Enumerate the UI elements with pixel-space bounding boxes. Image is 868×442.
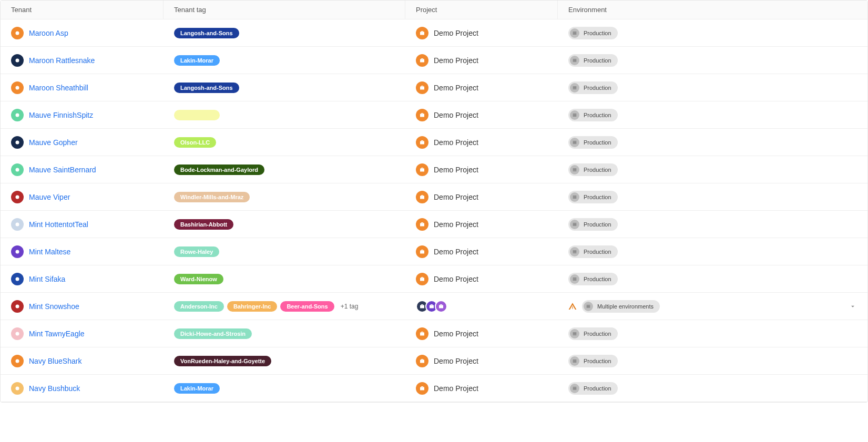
tenant-tag[interactable]: Ward-Nienow xyxy=(174,274,223,284)
env-chip[interactable]: Production xyxy=(568,273,618,285)
tenant-avatar-icon xyxy=(11,300,24,313)
tenant-tag[interactable]: Olson-LLC xyxy=(174,137,216,148)
tenant-avatar-icon xyxy=(11,191,24,203)
project-name[interactable]: Demo Project xyxy=(434,248,478,256)
project-icon xyxy=(416,27,428,39)
env-icon xyxy=(570,192,579,202)
env-chip[interactable]: Production xyxy=(568,355,618,367)
tenant-tag[interactable]: Bode-Lockman-and-Gaylord xyxy=(174,165,264,175)
env-chip[interactable]: Production xyxy=(568,382,618,395)
tenant-cell: Mint HottentotTeal xyxy=(1,218,164,231)
env-cell: Production xyxy=(558,245,867,258)
project-multi-icons[interactable] xyxy=(416,300,447,313)
chevron-down-icon[interactable] xyxy=(849,302,857,311)
env-chip[interactable]: Production xyxy=(568,191,618,203)
env-label: Production xyxy=(584,331,611,337)
table-row: Maroon SheathbillLangosh-and-SonsDemo Pr… xyxy=(1,74,867,101)
project-cell: Demo Project xyxy=(405,273,558,285)
tenant-tag[interactable]: Langosh-and-Sons xyxy=(174,83,239,93)
tenant-link[interactable]: Mint Sifaka xyxy=(29,275,65,283)
tenant-cell: Mauve SaintBernard xyxy=(1,163,164,176)
table-row: Maroon AspLangosh-and-SonsDemo ProjectPr… xyxy=(1,19,867,47)
project-cell: Demo Project xyxy=(405,109,558,121)
env-icon xyxy=(570,274,579,284)
env-chip[interactable]: Production xyxy=(568,245,618,258)
env-chip[interactable]: Production xyxy=(568,27,618,39)
project-icon xyxy=(416,382,428,395)
tenant-tag[interactable]: Anderson-Inc xyxy=(174,301,224,312)
tenant-link[interactable]: Mauve Viper xyxy=(29,193,70,201)
tenant-tag[interactable]: VonRueden-Haley-and-Goyette xyxy=(174,356,271,366)
env-cell: Production xyxy=(558,136,867,149)
tenant-tag[interactable]: Windler-Mills-and-Mraz xyxy=(174,192,250,202)
project-name[interactable]: Demo Project xyxy=(434,138,478,147)
env-chip[interactable]: Production xyxy=(568,54,618,67)
project-icon xyxy=(416,245,428,258)
tenant-link[interactable]: Mint Snowshoe xyxy=(29,302,79,311)
tenant-tag[interactable]: Beer-and-Sons xyxy=(280,301,334,312)
tenant-link[interactable]: Navy BlueShark xyxy=(29,357,81,365)
tenant-tag[interactable]: Langosh-and-Sons xyxy=(174,28,239,38)
project-name[interactable]: Demo Project xyxy=(434,384,478,393)
table-row: Mint SifakaWard-NienowDemo ProjectProduc… xyxy=(1,265,867,293)
tenant-link[interactable]: Mauve SaintBernard xyxy=(29,166,96,174)
tenant-link[interactable]: Maroon Rattlesnake xyxy=(29,56,95,65)
env-cell: Production xyxy=(558,191,867,203)
svg-point-9 xyxy=(16,277,19,281)
project-name[interactable]: Demo Project xyxy=(434,29,478,37)
env-label: Production xyxy=(584,139,611,146)
col-project[interactable]: Project xyxy=(405,1,558,19)
col-tenant[interactable]: Tenant xyxy=(1,1,164,19)
tenant-link[interactable]: Mint TawnyEagle xyxy=(29,330,85,338)
tenant-tag[interactable]: Bahringer-Inc xyxy=(227,301,278,312)
tenant-avatar-icon xyxy=(11,136,24,149)
tenant-tag[interactable]: Dicki-Howe-and-Strosin xyxy=(174,328,252,339)
tenant-link[interactable]: Navy Bushbuck xyxy=(29,384,80,393)
env-label: Production xyxy=(584,194,611,200)
table-row: Mauve ViperWindler-Mills-and-MrazDemo Pr… xyxy=(1,183,867,211)
tenant-tag[interactable]: Rowe-Haley xyxy=(174,246,219,257)
tenant-link[interactable]: Mint Maltese xyxy=(29,248,70,256)
env-chip[interactable]: Production xyxy=(568,218,618,231)
project-name[interactable]: Demo Project xyxy=(434,357,478,365)
tenant-avatar-icon xyxy=(11,218,24,231)
project-name[interactable]: Demo Project xyxy=(434,275,478,283)
project-name[interactable]: Demo Project xyxy=(434,166,478,174)
env-chip[interactable]: Production xyxy=(568,109,618,121)
extra-tags-count[interactable]: +1 tag xyxy=(341,303,359,310)
col-env[interactable]: Environment xyxy=(558,1,867,19)
tenant-link[interactable]: Mint HottentotTeal xyxy=(29,220,88,229)
tag-cell: Windler-Mills-and-Mraz xyxy=(164,192,405,202)
env-chip[interactable]: Production xyxy=(568,163,618,176)
project-name[interactable]: Demo Project xyxy=(434,84,478,92)
project-cell: Demo Project xyxy=(405,355,558,367)
tenant-link[interactable]: Maroon Asp xyxy=(29,29,68,37)
tag-cell: Rowe-Haley xyxy=(164,246,405,257)
env-chip[interactable]: Production xyxy=(568,327,618,340)
project-name[interactable]: Demo Project xyxy=(434,111,478,119)
tenant-tag[interactable]: Lakin-Morar xyxy=(174,55,220,66)
project-cell: Demo Project xyxy=(405,54,558,67)
env-icon xyxy=(570,329,579,338)
project-name[interactable]: Demo Project xyxy=(434,193,478,201)
env-chip[interactable]: Production xyxy=(568,136,618,149)
table-row: Mauve SaintBernardBode-Lockman-and-Gaylo… xyxy=(1,156,867,183)
project-name[interactable]: Demo Project xyxy=(434,330,478,338)
env-icon xyxy=(570,110,579,120)
tenant-link[interactable]: Mauve FinnishSpitz xyxy=(29,111,93,119)
env-chip[interactable]: Production xyxy=(568,81,618,94)
tenant-tag[interactable]: Wuckert-Inc xyxy=(174,110,220,120)
svg-point-10 xyxy=(16,304,19,308)
env-cell: Production xyxy=(558,355,867,367)
svg-point-6 xyxy=(16,195,19,199)
tenant-avatar-icon xyxy=(11,109,24,121)
tenant-tag[interactable]: Bashirian-Abbott xyxy=(174,219,233,230)
tenant-tag[interactable]: Lakin-Morar xyxy=(174,383,220,394)
project-cell: Demo Project xyxy=(405,191,558,203)
project-name[interactable]: Demo Project xyxy=(434,220,478,229)
env-chip[interactable]: Multiple environments xyxy=(582,300,660,313)
col-tag[interactable]: Tenant tag xyxy=(164,1,405,19)
tenant-link[interactable]: Maroon Sheathbill xyxy=(29,84,88,92)
project-name[interactable]: Demo Project xyxy=(434,56,478,65)
tenant-link[interactable]: Mauve Gopher xyxy=(29,138,78,147)
